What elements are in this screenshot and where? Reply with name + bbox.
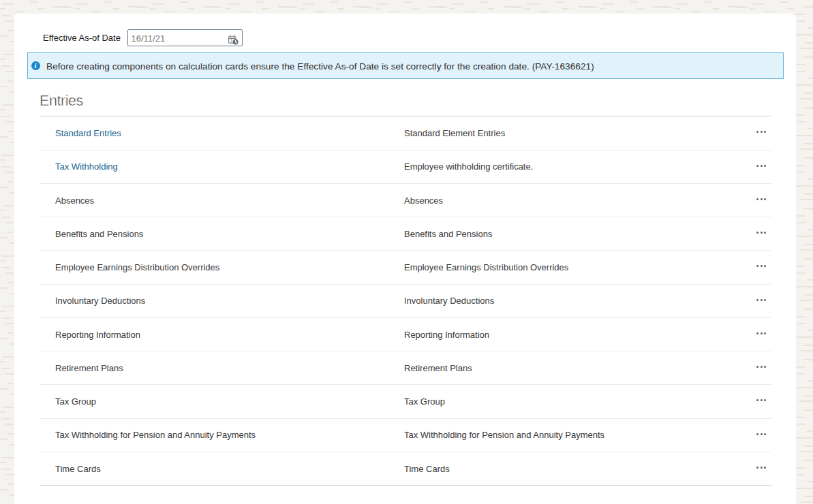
svg-text:1: 1 [230,37,233,42]
